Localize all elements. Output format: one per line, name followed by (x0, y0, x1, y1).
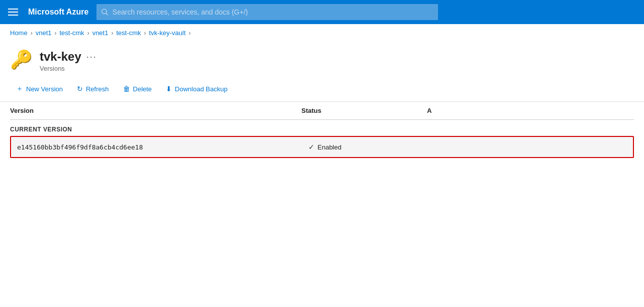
delete-icon: 🗑 (123, 85, 130, 93)
col-extra: A (427, 107, 634, 114)
table-header: Version Status A (10, 102, 634, 120)
app-title: Microsoft Azure (28, 8, 88, 17)
breadcrumb-tvk-key-vault[interactable]: tvk-key-vault (149, 29, 186, 37)
table-container: Version Status A CURRENT VERSION e145160… (0, 102, 644, 158)
ellipsis-button[interactable]: ··· (86, 52, 97, 62)
refresh-label: Refresh (86, 85, 109, 93)
breadcrumb-test-cmk-1[interactable]: test-cmk (60, 29, 84, 37)
download-icon: ⬇ (166, 85, 172, 93)
plus-icon: ＋ (16, 84, 23, 93)
toolbar: ＋ New Version ↻ Refresh 🗑 Delete ⬇ Downl… (0, 76, 644, 102)
table-row[interactable]: e145160bb3bf496f9df8a6cb4cd6ee18 ✓ Enabl… (10, 136, 634, 158)
status-text: Enabled (317, 143, 342, 151)
col-status: Status (301, 107, 427, 114)
breadcrumb-sep-2: › (55, 30, 57, 37)
status-cell: ✓ Enabled (308, 143, 434, 151)
page-title-text: tvk-key (40, 50, 81, 64)
page-subtitle: Versions (40, 65, 97, 72)
delete-label: Delete (133, 85, 152, 93)
refresh-icon: ↻ (77, 85, 83, 93)
download-backup-label: Download Backup (175, 85, 228, 93)
breadcrumb-vnet1-2[interactable]: vnet1 (92, 29, 109, 37)
search-input[interactable] (113, 8, 433, 16)
breadcrumb-sep-6: › (189, 30, 191, 37)
new-version-button[interactable]: ＋ New Version (10, 81, 69, 96)
col-version: Version (10, 107, 301, 114)
svg-line-1 (106, 14, 108, 15)
breadcrumb: Home › vnet1 › test-cmk › vnet1 › test-c… (0, 24, 644, 42)
download-backup-button[interactable]: ⬇ Download Backup (160, 82, 234, 96)
refresh-button[interactable]: ↻ Refresh (71, 82, 115, 96)
breadcrumb-sep-5: › (144, 30, 146, 37)
breadcrumb-sep-3: › (87, 30, 89, 37)
breadcrumb-sep-4: › (111, 30, 113, 37)
new-version-label: New Version (26, 85, 63, 93)
breadcrumb-vnet1-1[interactable]: vnet1 (36, 29, 52, 37)
page-header: 🔑 tvk-key ··· Versions (0, 42, 644, 76)
checkmark-icon: ✓ (308, 143, 314, 151)
top-nav: Microsoft Azure (0, 0, 644, 24)
page-header-text: tvk-key ··· Versions (40, 50, 97, 72)
section-label: CURRENT VERSION (10, 120, 634, 136)
page-title: tvk-key ··· (40, 50, 97, 64)
svg-point-0 (102, 9, 106, 14)
hamburger-menu[interactable] (6, 7, 20, 18)
breadcrumb-sep-1: › (31, 30, 33, 37)
search-icon (101, 9, 109, 16)
global-search[interactable] (96, 4, 438, 20)
breadcrumb-home[interactable]: Home (10, 29, 28, 37)
delete-button[interactable]: 🗑 Delete (117, 82, 158, 96)
key-icon: 🔑 (10, 51, 33, 69)
breadcrumb-test-cmk-2[interactable]: test-cmk (116, 29, 141, 37)
version-cell: e145160bb3bf496f9df8a6cb4cd6ee18 (17, 143, 308, 151)
